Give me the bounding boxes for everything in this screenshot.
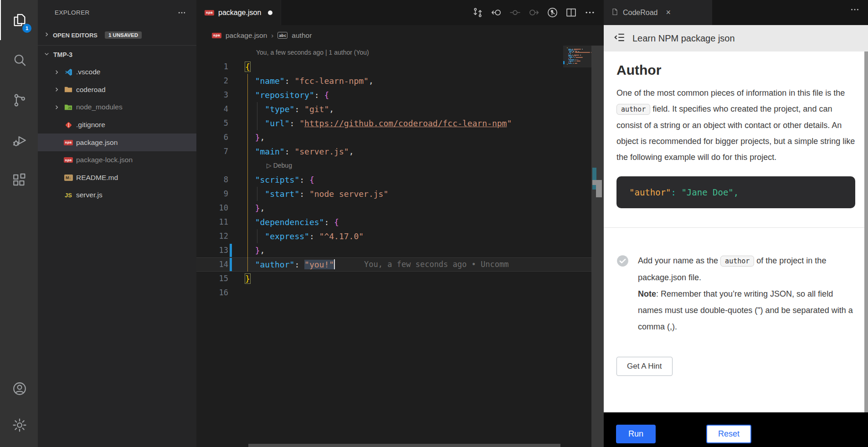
close-icon[interactable]: ×	[666, 8, 671, 17]
menu-fold-icon[interactable]	[614, 31, 626, 45]
activity-item-source-control[interactable]	[0, 80, 38, 120]
tree-item-package-lock-json[interactable]: npmpackage-lock.json	[38, 151, 196, 169]
activity-item-settings[interactable]	[0, 407, 38, 443]
source-control-graph-icon[interactable]	[544, 5, 560, 21]
folder-file-icon	[64, 86, 73, 93]
scrollbar-thumb[interactable]	[596, 180, 602, 197]
line-number: 7	[196, 144, 228, 159]
code-line-2[interactable]: 2 "name": "fcc-learn-npm",	[196, 74, 604, 88]
tree-item-coderoad[interactable]: coderoad	[38, 81, 196, 99]
code-line-8[interactable]: 8 "scripts": {	[196, 173, 604, 187]
code-line-3[interactable]: 3 "repository": {	[196, 88, 604, 102]
line-number: 12	[196, 229, 228, 243]
inline-code-chip: author	[616, 104, 650, 115]
line-number: 4	[196, 102, 228, 116]
npm-file-icon: npm	[205, 10, 214, 15]
step-heading: Author	[616, 62, 855, 78]
chevron-down-icon	[43, 51, 50, 59]
workspace-root-folder[interactable]: TMP-3	[38, 46, 196, 63]
codelens-debug[interactable]: ▷ Debug	[196, 159, 604, 173]
activity-badge: 1	[22, 24, 31, 33]
line-number: 10	[196, 201, 228, 215]
vscode-file-icon	[64, 68, 73, 76]
line-number: 15	[196, 272, 228, 286]
breadcrumb-symbol[interactable]: author	[292, 31, 312, 40]
modified-gutter-marker	[228, 257, 234, 272]
activity-item-explorer[interactable]: 1	[0, 0, 38, 40]
chevron-right-icon	[53, 69, 61, 76]
tree-item-server-js[interactable]: JSserver.js	[38, 186, 196, 204]
code-line-16[interactable]: 16	[196, 286, 604, 300]
code-line-6[interactable]: 6 },	[196, 130, 604, 144]
line-number: 8	[196, 173, 228, 187]
editor-group: npm package.json npm package.json › abc …	[196, 0, 604, 447]
panel-more-actions-icon[interactable]	[850, 5, 860, 16]
run-button[interactable]: Run	[616, 425, 656, 443]
minimap-modified-marker	[563, 61, 565, 64]
activity-item-run-debug[interactable]	[0, 120, 38, 160]
tree-item--vscode[interactable]: .vscode	[38, 63, 196, 81]
breadcrumb: npm package.json › abc author	[196, 25, 604, 46]
horizontal-scrollbar[interactable]	[248, 444, 560, 447]
get-hint-button[interactable]: Get A Hint	[616, 357, 673, 376]
line-number: 2	[196, 74, 228, 88]
tab-label: package.json	[218, 9, 261, 17]
code-line-5[interactable]: 5 "url": "https://github.com/coderoad/fc…	[196, 116, 604, 130]
previous-change-icon[interactable]	[488, 5, 504, 21]
task-check-icon	[616, 255, 629, 267]
code-lines: You, a few seconds ago | 1 author (You)1…	[196, 46, 604, 300]
code-line-7[interactable]: 7 "main": "server.js",	[196, 144, 604, 159]
code-line-10[interactable]: 10 },	[196, 201, 604, 215]
tree-item-readme-md[interactable]: M↓README.md	[38, 169, 196, 187]
account-icon	[12, 381, 27, 396]
file-label: coderoad	[76, 86, 106, 94]
gutter	[228, 229, 234, 243]
gutter	[228, 60, 234, 74]
code-line-1[interactable]: 1{	[196, 60, 604, 74]
code-line-4[interactable]: 4 "type": "git",	[196, 102, 604, 116]
tab-package-json[interactable]: npm package.json	[196, 0, 281, 25]
panel-scrollbar[interactable]	[864, 51, 868, 412]
unsaved-dot-icon[interactable]	[268, 10, 272, 15]
breadcrumb-file[interactable]: package.json	[226, 31, 267, 40]
tree-item-node-modules[interactable]: JSnode_modules	[38, 98, 196, 116]
code-line-11[interactable]: 11 "dependencies": {	[196, 215, 604, 229]
code-line-13[interactable]: 13 },	[196, 243, 604, 257]
code-line-15[interactable]: 15}	[196, 272, 604, 286]
next-change-icon	[526, 5, 541, 21]
tutorial-content: Author One of the most common pieces of …	[604, 51, 868, 412]
split-editor-icon[interactable]	[563, 5, 579, 21]
chevron-right-icon	[43, 31, 50, 40]
explorer-title: EXPLORER	[55, 9, 90, 16]
more-actions-icon[interactable]	[582, 5, 597, 21]
activity-item-extensions[interactable]	[0, 160, 38, 200]
code-editor[interactable]: You, a few seconds ago | 1 author (You)1…	[196, 46, 604, 447]
tab-coderoad[interactable]: CodeRoad ×	[604, 0, 712, 25]
code-line-9[interactable]: 9 "start": "node server.js"	[196, 187, 604, 201]
codelens-authors[interactable]: You, a few seconds ago | 1 author (You)	[196, 46, 604, 60]
gutter	[228, 187, 234, 201]
file-label: README.md	[76, 174, 118, 182]
coderoad-action-bar: Run Reset	[604, 412, 868, 447]
activity-item-account[interactable]	[0, 370, 38, 407]
modified-gutter-marker	[228, 243, 234, 257]
node-file-icon: JS	[64, 104, 73, 111]
tree-item--gitignore[interactable]: .gitignore	[38, 116, 196, 134]
tree-item-package-json[interactable]: npmpackage.json	[38, 134, 196, 151]
file-label: server.js	[76, 191, 103, 199]
line-number: 1	[196, 60, 228, 74]
code-line-12[interactable]: 12 "express": "^4.17.0"	[196, 229, 604, 243]
editor-scrollbar-gutter[interactable]	[591, 46, 604, 447]
activity-item-search[interactable]	[0, 40, 38, 80]
gutter	[228, 74, 234, 88]
reset-button[interactable]: Reset	[706, 425, 751, 443]
open-changes-icon[interactable]	[470, 5, 485, 21]
chevron-right-icon	[53, 104, 61, 111]
code-line-14[interactable]: 14 "author": "you!"You, a few seconds ag…	[196, 257, 604, 272]
explorer-more-actions-icon[interactable]	[177, 8, 186, 19]
example-code-block: "author": "Jane Doe",	[616, 176, 855, 208]
open-editors-section[interactable]: OPEN EDITORS 1 UNSAVED	[38, 25, 196, 46]
run-debug-icon	[12, 133, 27, 148]
activity-bar-bottom	[0, 370, 38, 443]
minimap[interactable]	[563, 46, 591, 447]
